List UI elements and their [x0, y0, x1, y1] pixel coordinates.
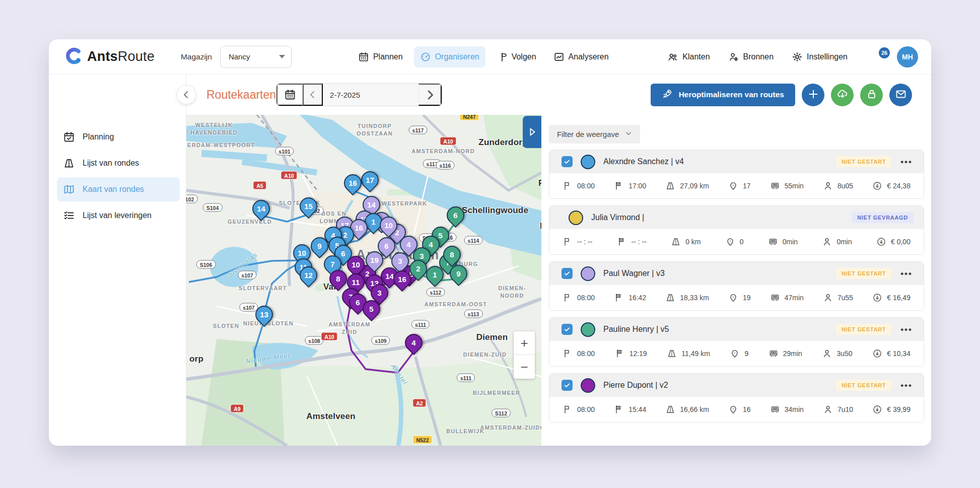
next-day-button[interactable] — [418, 84, 442, 106]
map-pin-number: 9 — [451, 266, 466, 282]
nav-item-bronnen[interactable]: Bronnen — [722, 46, 780, 67]
map-pin-number: 1 — [366, 214, 381, 230]
magazijn-select[interactable]: Nancy — [220, 46, 292, 68]
map-pin-number: 13 — [256, 307, 272, 322]
route-card-header[interactable]: Paul Wagner | v3NIET GESTART••• — [549, 262, 924, 285]
route-card-header[interactable]: Julia Virmond |NIET GEVRAAGD — [549, 206, 924, 229]
nav-item-instellingen[interactable]: Instellingen — [786, 46, 854, 67]
chevron-down-icon — [625, 130, 632, 138]
route-card: Paul Wagner | v3NIET GESTART•••08:0016:4… — [549, 261, 924, 311]
route-card: Alexndre Sanchez | v4NIET GESTART•••08:0… — [549, 150, 924, 199]
date-picker: 2-7-2025 — [276, 83, 442, 106]
brand-logo[interactable]: AntsRoute — [64, 46, 155, 67]
sidebar-item-lijst-van-leveringen[interactable]: Lijst van leveringen — [57, 203, 180, 228]
export-download-button[interactable] — [831, 84, 854, 106]
route-stat-distance: 16,66 km — [665, 404, 709, 414]
calendar-button[interactable] — [276, 84, 303, 106]
sidebar-item-planning[interactable]: Planning — [57, 125, 180, 149]
map-pin-number: 10 — [381, 218, 396, 233]
map-pin-doc-icon — [63, 183, 75, 195]
map-pin-number: 6 — [448, 207, 463, 223]
route-checkbox[interactable] — [562, 156, 573, 167]
email-routes-button[interactable] — [889, 84, 912, 106]
nav-item-label: Bronnen — [743, 52, 774, 61]
select-caret-icon — [279, 55, 285, 58]
notifications-button[interactable]: 26 — [882, 52, 884, 61]
plus-icon — [807, 88, 819, 102]
route-stat-duration: 7u55 — [823, 293, 853, 303]
route-stat-start-value: 08:00 — [577, 182, 595, 190]
pin-icon — [728, 181, 738, 191]
zoom-out-button[interactable]: − — [514, 355, 535, 379]
map-expand-button[interactable] — [523, 116, 541, 148]
map-pin-number: 3 — [392, 253, 408, 269]
nav-item-label: Analyseren — [569, 52, 609, 61]
map-pin-number: 4 — [406, 335, 422, 351]
route-checkbox[interactable] — [562, 324, 573, 335]
nav-item-label: Instellingen — [807, 52, 848, 61]
van-icon — [770, 181, 780, 191]
filter-view-button[interactable]: Filter de weergave — [549, 125, 640, 144]
map-pin-number: 16 — [394, 271, 410, 287]
route-card-header[interactable]: Pierre Dupont | v2NIET GESTART••• — [549, 374, 924, 397]
route-card-header[interactable]: Alexndre Sanchez | v4NIET GESTART••• — [549, 150, 924, 173]
search-button[interactable] — [867, 52, 869, 61]
route-checkbox[interactable] — [562, 268, 573, 279]
route-stat-cost: € 24,38 — [872, 181, 911, 191]
route-menu-button[interactable]: ••• — [899, 325, 914, 334]
magazijn-selected-value: Nancy — [229, 52, 279, 61]
route-stat-stops: 16 — [728, 404, 751, 414]
route-stats-row: 08:0012:1911,49 km929min3u50€ 10,34 — [549, 341, 924, 366]
routes-map[interactable]: WESTELIJK HAVENGEBIEDERDAM-WESTPOORTTUIN… — [186, 115, 541, 446]
pin-icon — [730, 348, 740, 359]
brand-name: AntsRoute — [87, 49, 155, 64]
route-name: Julia Virmond | — [591, 213, 844, 222]
route-card: Pauline Henry | v5NIET GESTART•••08:0012… — [549, 317, 924, 367]
route-stat-drive-value: 34min — [785, 405, 804, 413]
sidebar-collapse-button[interactable] — [177, 85, 196, 104]
route-menu-button[interactable]: ••• — [899, 269, 914, 278]
sidebar-item-lijst-van-rondes[interactable]: Lijst van rondes — [57, 151, 180, 175]
road-icon — [665, 293, 675, 303]
people-icon — [667, 51, 678, 62]
route-status-badge: NIET GESTART — [836, 380, 891, 391]
route-stat-stops: 9 — [730, 348, 748, 359]
nav-item-volgen[interactable]: Volgen — [491, 46, 542, 67]
route-stat-distance-value: 16,66 km — [680, 405, 709, 413]
gauge-icon — [420, 51, 431, 62]
route-status-badge: NIET GESTART — [836, 156, 891, 167]
van-icon — [768, 348, 779, 359]
map-zoom-controls: + − — [514, 331, 535, 379]
envelope-icon — [895, 88, 907, 102]
map-pin-number: 17 — [362, 172, 378, 188]
map-pin-number: 14 — [253, 201, 269, 217]
route-stat-end-value: 15:44 — [628, 405, 646, 413]
flag-start-icon — [563, 181, 573, 191]
route-stat-start-value: -- : -- — [577, 238, 592, 246]
route-menu-button[interactable]: ••• — [899, 158, 914, 166]
previous-day-button[interactable] — [303, 84, 323, 106]
lock-routes-button[interactable] — [860, 84, 883, 106]
flag-start-icon — [563, 404, 573, 414]
nav-item-organiseren[interactable]: Organiseren — [414, 46, 485, 67]
route-stat-duration: 3u50 — [822, 348, 852, 359]
user-avatar[interactable]: MH — [897, 46, 918, 67]
route-avatar — [581, 155, 595, 169]
zoom-in-button[interactable]: + — [514, 331, 535, 355]
route-card-header[interactable]: Pauline Henry | v5NIET GESTART••• — [549, 318, 924, 341]
nav-item-plannen[interactable]: Plannen — [352, 46, 409, 67]
map-pin-number: 12 — [301, 267, 316, 283]
routes-panel: Filter de weergave Alexndre Sanchez | v4… — [541, 115, 931, 446]
pin-icon — [728, 293, 738, 303]
reoptimize-routes-button[interactable]: Heroptimaliseren van routes — [651, 84, 795, 106]
route-checkbox[interactable] — [562, 380, 573, 391]
euro-down-icon — [872, 181, 882, 191]
route-stat-start-value: 08:00 — [577, 350, 595, 358]
nav-item-klanten[interactable]: Klanten — [661, 46, 716, 67]
nav-item-analyseren[interactable]: Analyseren — [547, 46, 615, 67]
road-sign-icon — [63, 157, 75, 169]
route-menu-button[interactable]: ••• — [899, 381, 914, 390]
sidebar-item-kaart-van-rondes[interactable]: Kaart van rondes — [57, 177, 180, 201]
route-stat-duration-value: 7u10 — [837, 405, 853, 413]
add-route-button[interactable] — [802, 84, 824, 106]
